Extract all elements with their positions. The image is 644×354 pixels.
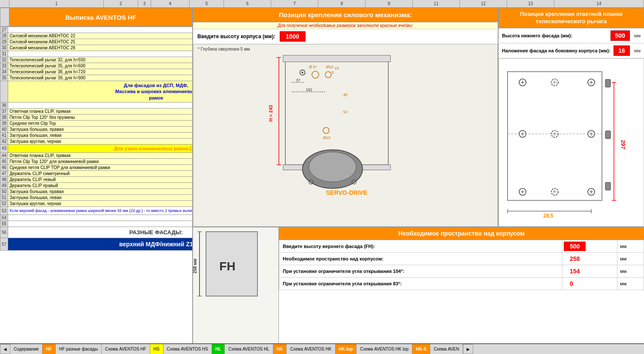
dim-row: При установке ограничителя угла открыван… [279, 265, 644, 277]
svg-text:FH: FH [219, 260, 235, 273]
table-row: 34 Телескопический рычаг 38, для h=720 2… [0, 69, 193, 75]
svg-text:28,5: 28,5 [543, 213, 553, 219]
dim-label-2: Необходимое пространство над корпусом: [279, 252, 562, 265]
table-row: 37 Ответная планка CLIP, прямая 175H3100… [0, 108, 193, 114]
overlay-unit: мм [634, 48, 641, 53]
table-row-razn: 56 РАЗНЫЕ ФАСАДЫ: [0, 227, 193, 238]
table-row-section: 43 Для узких алюминиевых рамок (Z1) [0, 144, 193, 152]
svg-rect-50 [605, 182, 611, 190]
overlay-label: Наложение фасада на боковину корпуса (мм… [502, 48, 611, 53]
angle-104-value: 154 [564, 266, 586, 276]
table-row-blue: 57 верхний МДФ/нижний Z1 [0, 238, 193, 251]
table-row: 54 [0, 215, 193, 221]
svg-text:Ø 5*: Ø 5* [309, 65, 317, 69]
facade-height-row: Высота нижнего фасада (мм): 500 мм [499, 28, 644, 43]
space-value: 258 [564, 254, 586, 263]
tab-schema-hl[interactable]: Схема AVENTOS HL [225, 344, 273, 354]
tab-hl[interactable]: HL [212, 344, 225, 354]
hint-text: Для получения необходимых размеров запол… [193, 22, 498, 29]
tab-hk[interactable]: HK [273, 344, 287, 354]
table-row: 46 Средняя петля CLIP TOP для алюминиево… [0, 164, 193, 170]
svg-rect-0 [285, 57, 388, 165]
tab-prev[interactable]: ◄ [0, 344, 10, 354]
svg-text:SERVO-DRIVE: SERVO-DRIVE [326, 189, 367, 196]
dim-unit-1: мм [617, 240, 644, 252]
svg-text:258 мм: 258 мм [193, 259, 197, 273]
angle-83-value: 0 [564, 279, 579, 288]
dim-label-3: При установке ограничителя угла открыван… [279, 265, 562, 277]
facade-height-input[interactable]: 500 [611, 30, 630, 41]
top-right-section: Позиция крепления силового механизма: Дл… [193, 8, 644, 227]
mechanism-svg: H = 243 192 37 [260, 45, 431, 212]
table-row: 49 Держатель CLIP правый 175H5B00 1 [0, 182, 193, 188]
overlay-input[interactable]: 16 [614, 45, 630, 56]
table-row: 41 Заглушка большая, левая 20F8001 L 1 [0, 132, 193, 138]
dim-label-4: При установке ограничителя угла открыван… [279, 277, 562, 290]
dim-row: Необходимое пространство над корпусом: 2… [279, 252, 644, 265]
tab-schema-hks[interactable]: Схема AVEN [430, 344, 463, 354]
tab-contents[interactable]: Содержание [10, 344, 42, 354]
tab-hks[interactable]: HK-S [412, 344, 430, 354]
table-row: 39 Средняя петля Clip Top 78Z5500T 2 [0, 120, 193, 126]
table-row: 40 Заглушка большая, правая 20F8001 R 1 [0, 126, 193, 132]
table-row: 48 Держатель CLIP левый 175H5B00 1 [0, 176, 193, 182]
dim-row: Введите высоту верхнего фасада (FH): 500… [279, 240, 644, 252]
svg-text:5: 5 [332, 70, 334, 75]
dim-unit-2: мм [617, 252, 644, 265]
table-row: 45 Петля Clip Top 120° для алюминиевой р… [0, 158, 193, 164]
tab-hktop[interactable]: HK top [336, 344, 357, 354]
dim-row: При установке ограничителя угла открыван… [279, 277, 644, 290]
svg-rect-28 [508, 72, 602, 200]
table-row: 44 Ответная планка CLIP, прямая 175H3100… [0, 152, 193, 158]
svg-point-13 [312, 71, 319, 78]
svg-text:297: 297 [620, 140, 626, 149]
tab-schema-hktop[interactable]: Схема AVENTOS HK top [357, 344, 412, 354]
table-row: 31 [0, 51, 193, 57]
svg-rect-49 [605, 131, 611, 139]
dim-diagram: 297 28,5 [499, 58, 644, 227]
tab-hs[interactable]: HS [150, 344, 163, 354]
tab-next[interactable]: ► [463, 344, 473, 354]
dimensions-table: Введите высоту верхнего фасада (FH): 500… [279, 240, 644, 290]
height-label: Введите высоту корпуса (мм): [197, 33, 275, 39]
fh-input[interactable]: 500 [564, 242, 586, 251]
facade-height-unit: мм [634, 33, 641, 38]
svg-point-8 [302, 72, 303, 73]
tab-hf[interactable]: HF [42, 344, 55, 354]
row-num-header [0, 8, 9, 27]
table-row: 32 Телескопический рычаг 32, для h=550 2… [0, 57, 193, 63]
svg-text:52: 52 [343, 110, 348, 114]
bottom-svg: FH 258 мм [193, 227, 279, 309]
height-input-row: Введите высоту корпуса (мм): 1000 [193, 29, 498, 44]
table-row: 38 Петля Clip Top 120° без пружины 70T55… [0, 114, 193, 120]
table-row: 42 Заглушка круглая, черная 20F9001 2 [0, 138, 193, 144]
svg-point-15 [325, 72, 331, 78]
tab-schema-hf[interactable]: Схема AVENTOS HF [102, 344, 150, 354]
table-row: 36 [0, 102, 193, 108]
left-panel-header: Выписка AVENTOS HF [9, 8, 192, 27]
column-ruler: 1 2 3 4 5 6 7 8 9 11 12 13 14 [0, 0, 644, 8]
table-row: 51 Заглушка большая, левая 20F8001 L 1 [0, 194, 193, 200]
dim-svg: 297 28,5 [499, 59, 641, 226]
svg-text:H = 243: H = 243 [268, 105, 273, 122]
bottom-drawing: FH 258 мм [193, 227, 279, 343]
left-table-area[interactable]: 27 28 Силовой механизм АВЕНТОС 22 20F220… [0, 27, 192, 343]
tab-hf-razn[interactable]: HF разные фасады [56, 344, 102, 354]
dim-unit-3: мм [617, 265, 644, 277]
table-row: 52 Заглушка круглая, черная 20F9001 2 [0, 200, 193, 206]
svg-rect-1 [283, 55, 390, 62]
table-row: 29 Силовой механизм АВЕНТОС 25 20F2501 2 [0, 39, 193, 45]
dim-unit-4: мм [617, 277, 644, 290]
dim-label-1: Введите высоту верхнего фасада (FH): [279, 240, 562, 252]
table-row: 35 Телескопический рычаг 39, для h=900 2… [0, 75, 193, 81]
content-area: Выписка AVENTOS HF 27 28 Силовой [0, 8, 644, 343]
bottom-right-section: Необходимое пространство над корпусом Вв… [279, 227, 644, 343]
facade-height-label: Высота нижнего фасада (мм): [502, 33, 608, 38]
svg-point-24 [309, 152, 356, 182]
tab-bar: ◄ Содержание HF HF разные фасады Схема A… [0, 343, 644, 354]
svg-text:37: 37 [296, 78, 300, 82]
tab-schema-hk[interactable]: Схема AVENTOS HK [287, 344, 335, 354]
height-value-input[interactable]: 1000 [280, 31, 305, 42]
tab-schema-hs[interactable]: Схема AVENTOS HS [163, 344, 212, 354]
right-panel: Позиция крепления силового механизма: Дл… [193, 8, 644, 343]
